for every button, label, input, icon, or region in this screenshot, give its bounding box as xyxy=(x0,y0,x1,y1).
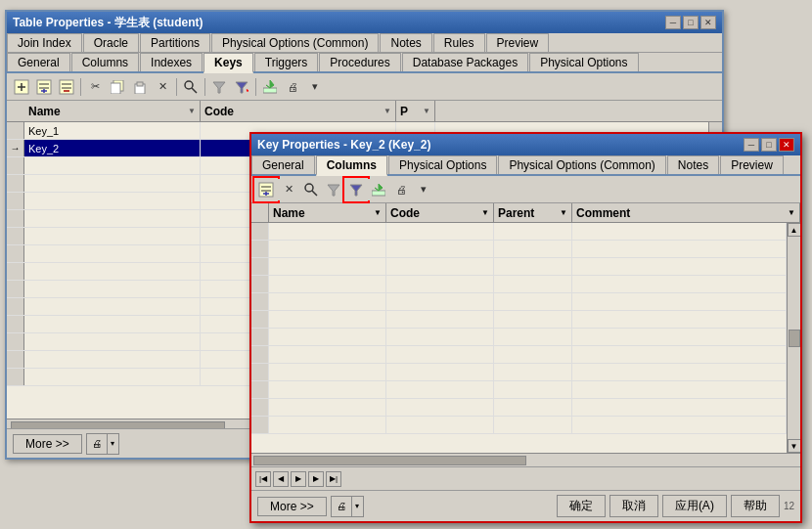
table-print-dropdown[interactable]: ▾ xyxy=(108,433,119,455)
row-indicator-3 xyxy=(7,157,24,174)
key-nav-prev[interactable]: ◀ xyxy=(273,471,289,487)
key-tab-physical-options[interactable]: Physical Options xyxy=(388,155,497,174)
tab-triggers[interactable]: Triggers xyxy=(254,53,319,71)
cell-e4[interactable] xyxy=(24,175,201,192)
key-table-row[interactable] xyxy=(251,311,787,329)
key-print-btn[interactable]: 🖨 xyxy=(331,496,352,517)
toolbar-copy-btn[interactable] xyxy=(107,76,128,98)
tab-physical-options[interactable]: Physical Options xyxy=(529,53,638,71)
key-table-row[interactable] xyxy=(251,346,787,364)
key-help-btn[interactable]: 帮助 xyxy=(731,495,780,517)
key-tab-notes[interactable]: Notes xyxy=(667,155,719,174)
key-scroll-down-btn[interactable]: ▼ xyxy=(788,439,801,453)
cell-name-2[interactable]: Key_2 xyxy=(24,140,201,156)
key-nav-next2[interactable]: ▶ xyxy=(308,471,324,487)
svg-line-17 xyxy=(192,88,197,93)
col-header-name: Name ▼ xyxy=(24,101,201,121)
key-table-row[interactable] xyxy=(251,223,787,241)
toolbar-sep1 xyxy=(80,78,81,96)
toolbar-paste-btn[interactable] xyxy=(129,76,151,98)
key-right-scrollbar[interactable]: ▲ ▼ xyxy=(787,223,800,453)
key-scroll-up-btn[interactable]: ▲ xyxy=(788,223,801,237)
table-more-btn[interactable]: More >> xyxy=(13,434,82,454)
key-find-btn[interactable] xyxy=(300,179,322,200)
key-maximize-btn[interactable]: □ xyxy=(761,138,777,152)
key-horiz-scrollbar[interactable] xyxy=(251,453,800,466)
key-apply-btn[interactable]: 应用(A) xyxy=(662,495,727,517)
key-filter-btn[interactable] xyxy=(323,179,344,200)
key-tab-physical-options-common[interactable]: Physical Options (Common) xyxy=(498,155,665,174)
key-dropdown-btn[interactable]: ▾ xyxy=(413,179,434,200)
key-table-row[interactable] xyxy=(251,364,787,381)
tab-join-index[interactable]: Join Index xyxy=(7,33,82,52)
svg-marker-18 xyxy=(213,82,225,93)
key-tab-preview[interactable]: Preview xyxy=(720,155,784,174)
svg-rect-21 xyxy=(263,88,277,93)
tab-preview[interactable]: Preview xyxy=(486,33,550,52)
table-tab-row1: Join Index Oracle Partitions Physical Op… xyxy=(7,33,722,53)
tab-partitions[interactable]: Partitions xyxy=(140,33,210,52)
key-minimize-btn[interactable]: ─ xyxy=(744,138,759,152)
toolbar-cut-btn[interactable]: ✂ xyxy=(84,76,106,98)
key-import-btn[interactable] xyxy=(368,179,389,200)
col-header-code: Code ▼ xyxy=(201,101,396,121)
toolbar-filter-btn[interactable] xyxy=(208,76,230,98)
toolbar-print-btn[interactable]: 🖨 xyxy=(282,76,303,98)
tab-oracle[interactable]: Oracle xyxy=(83,33,139,52)
svg-point-28 xyxy=(305,184,313,192)
key-print-dropdown[interactable]: ▾ xyxy=(352,496,364,517)
key-nav-next[interactable]: ▶ xyxy=(291,471,306,487)
cell-name-1[interactable]: Key_1 xyxy=(24,122,201,139)
tab-indexes[interactable]: Indexes xyxy=(140,53,203,71)
table-maximize-btn[interactable]: □ xyxy=(683,16,699,29)
svg-text:✓: ✓ xyxy=(245,82,248,94)
toolbar-dropdown-btn[interactable]: ▾ xyxy=(304,76,326,98)
key-print-btn[interactable]: 🖨 xyxy=(390,179,412,200)
key-tab-columns[interactable]: Columns xyxy=(316,155,387,176)
toolbar-new-btn[interactable] xyxy=(11,76,32,98)
key-table-row[interactable] xyxy=(251,329,787,346)
key-table-row[interactable] xyxy=(251,399,787,417)
tab-rules[interactable]: Rules xyxy=(433,33,485,52)
key-confirm-btn[interactable]: 确定 xyxy=(557,495,606,517)
tab-notes[interactable]: Notes xyxy=(380,33,431,52)
table-print-group: 🖨 ▾ xyxy=(86,433,119,455)
toolbar-add-row-btn[interactable] xyxy=(33,76,55,98)
key-table-row[interactable] xyxy=(251,276,787,293)
key-add-col-btn[interactable] xyxy=(255,179,277,200)
table-print-btn[interactable]: 🖨 xyxy=(86,433,108,455)
toolbar-remove-row-btn[interactable] xyxy=(56,76,77,98)
key-grid-rows xyxy=(251,223,787,453)
key-nav-first[interactable]: |◀ xyxy=(255,471,271,487)
tab-keys[interactable]: Keys xyxy=(203,53,253,73)
key-delete-btn[interactable]: ✕ xyxy=(278,179,299,200)
key-filter-active-btn[interactable] xyxy=(345,179,367,200)
key-nav-last[interactable]: ▶| xyxy=(326,471,341,487)
toolbar-delete-btn[interactable]: ✕ xyxy=(152,76,173,98)
key-table-row[interactable] xyxy=(251,258,787,276)
tab-procedures[interactable]: Procedures xyxy=(319,53,400,71)
key-more-btn[interactable]: More >> xyxy=(257,497,327,516)
cell-name-3[interactable] xyxy=(24,157,201,174)
tab-columns[interactable]: Columns xyxy=(71,53,139,71)
tab-general[interactable]: General xyxy=(7,53,70,71)
key-table-row[interactable] xyxy=(251,241,787,258)
key-table-row[interactable] xyxy=(251,293,787,311)
tab-physical-options-common[interactable]: Physical Options (Common) xyxy=(211,33,379,52)
toolbar-find-btn[interactable] xyxy=(180,76,202,98)
key-close-btn[interactable]: ✕ xyxy=(779,138,794,152)
table-toolbar: ✂ ✕ ✓ 🖨 ▾ xyxy=(7,73,722,101)
toolbar-filter-active-btn[interactable]: ✓ xyxy=(231,76,252,98)
key-scroll-thumb xyxy=(789,330,800,347)
svg-rect-13 xyxy=(111,83,120,94)
key-table-row[interactable] xyxy=(251,417,787,434)
key-window-inner: General Columns Physical Options Physica… xyxy=(251,155,800,521)
key-tab-general[interactable]: General xyxy=(251,155,315,174)
toolbar-import-btn[interactable] xyxy=(259,76,281,98)
key-name-sort: ▼ xyxy=(374,208,382,217)
table-close-btn[interactable]: ✕ xyxy=(700,16,716,29)
table-minimize-btn[interactable]: ─ xyxy=(665,16,681,29)
tab-database-packages[interactable]: Database Packages xyxy=(402,53,528,71)
key-cancel-btn[interactable]: 取消 xyxy=(609,495,658,517)
key-table-row[interactable] xyxy=(251,381,787,399)
